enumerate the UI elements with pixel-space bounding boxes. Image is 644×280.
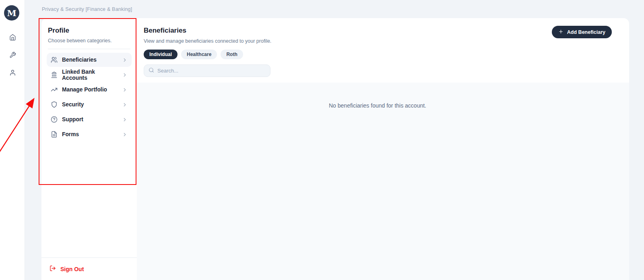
sidebar-item-security[interactable]: Security [47, 97, 132, 112]
empty-state-message: No beneficiaries found for this account. [137, 102, 618, 109]
home-icon [9, 34, 16, 42]
main-content-area: No beneficiaries found for this account. [137, 83, 629, 280]
bank-icon [51, 71, 58, 78]
search-icon [149, 67, 154, 75]
filter-chips: Individual Healthcare Roth [144, 50, 629, 59]
left-rail: M [0, 0, 25, 280]
filter-chip-roth[interactable]: Roth [221, 50, 243, 59]
sidebar-item-label: Forms [62, 131, 79, 137]
shield-icon [51, 101, 58, 108]
profile-sidebar: Profile Choose between categories. Benef… [41, 18, 137, 280]
sidebar-item-label: Manage Portfolio [62, 87, 107, 93]
sidebar-title: Profile [48, 27, 130, 35]
users-icon [51, 56, 58, 63]
main-header-panel: Beneficiaries View and manage beneficiar… [137, 18, 629, 83]
log-out-icon [50, 265, 56, 273]
profile-nav-button[interactable] [8, 68, 17, 78]
sign-out-button[interactable]: Sign Out [41, 257, 137, 280]
sidebar-menu: Beneficiaries Linked Bank Accounts Manag… [41, 49, 137, 145]
filter-chip-healthcare[interactable]: Healthcare [181, 50, 217, 59]
chevron-right-icon [122, 132, 128, 137]
sidebar-item-label: Support [62, 116, 83, 122]
rail-nav [0, 33, 25, 78]
sign-out-label: Sign Out [60, 266, 84, 272]
sidebar-item-label: Linked Bank Accounts [62, 69, 118, 81]
sidebar-item-label: Beneficiaries [62, 57, 97, 63]
sidebar-item-manage-portfolio[interactable]: Manage Portfolio [47, 83, 132, 97]
filter-chip-individual[interactable]: Individual [144, 50, 178, 59]
sidebar-item-support[interactable]: Support [47, 112, 132, 127]
sidebar-item-forms[interactable]: Forms [47, 127, 132, 141]
trending-up-icon [51, 86, 58, 93]
add-beneficiary-label: Add Beneficiary [567, 29, 605, 35]
app-logo-letter: M [7, 8, 16, 18]
chevron-right-icon [122, 117, 128, 122]
app-logo[interactable]: M [4, 5, 19, 21]
plus-icon [558, 29, 564, 35]
tools-nav-button[interactable] [8, 51, 17, 60]
chevron-right-icon [122, 72, 128, 78]
sidebar-item-beneficiaries[interactable]: Beneficiaries [47, 53, 132, 67]
help-circle-icon [51, 116, 58, 123]
search-bar [144, 64, 270, 77]
chevron-right-icon [122, 57, 128, 63]
sidebar-item-linked-bank-accounts[interactable]: Linked Bank Accounts [47, 68, 132, 82]
sidebar-subtitle: Choose between categories. [48, 38, 130, 44]
chevron-right-icon [122, 102, 128, 108]
search-input[interactable] [157, 68, 266, 74]
home-nav-button[interactable] [8, 33, 17, 43]
add-beneficiary-button[interactable]: Add Beneficiary [552, 26, 612, 38]
file-text-icon [51, 131, 58, 138]
user-icon [9, 69, 16, 78]
chevron-right-icon [122, 87, 128, 93]
wrench-icon [9, 52, 16, 60]
sidebar-item-label: Security [62, 102, 84, 108]
sidebar-header: Profile Choose between categories. [41, 18, 137, 49]
breadcrumb: Privacy & Security [Finance & Banking] [42, 6, 132, 12]
page-subtitle: View and manage beneficiaries connected … [144, 38, 629, 44]
